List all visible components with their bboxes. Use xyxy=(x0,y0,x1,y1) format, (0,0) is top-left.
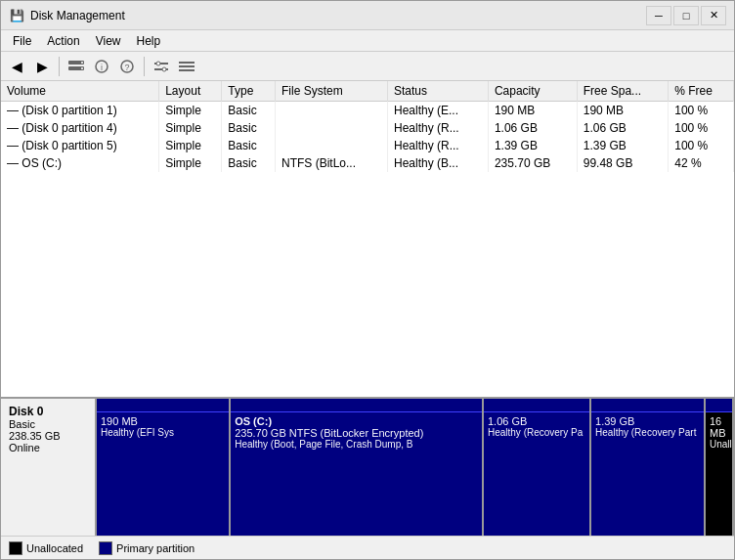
partition-size-2: 1.06 GB xyxy=(488,415,585,427)
cell-status: Healthy (E... xyxy=(387,102,488,120)
volume-table-area[interactable]: Volume Layout Type File System Status Ca… xyxy=(1,81,734,398)
disk-list-icon xyxy=(67,58,85,75)
cell-free: 1.06 GB xyxy=(577,119,668,137)
menu-view[interactable]: View xyxy=(88,32,129,50)
svg-rect-2 xyxy=(81,62,83,64)
partition-desc-0: Healthy (EFI Sys xyxy=(101,427,225,438)
cell-capacity: 1.06 GB xyxy=(488,119,577,137)
extra-button[interactable] xyxy=(175,56,198,77)
menu-bar: File Action View Help xyxy=(1,30,734,52)
disk-view-button[interactable] xyxy=(65,56,88,77)
cell-filesystem xyxy=(276,137,388,154)
help-button[interactable]: ? xyxy=(115,56,139,77)
window-title: Disk Management xyxy=(30,9,646,22)
maximize-button[interactable]: □ xyxy=(673,6,699,25)
table-row[interactable]: — (Disk 0 partition 4)SimpleBasicHealthy… xyxy=(1,119,734,137)
cell-percent: 100 % xyxy=(669,102,734,120)
disk-panel: Disk 0 Basic 238.35 GB Online 190 MBHeal… xyxy=(1,398,734,559)
cell-type: Basic xyxy=(222,137,276,154)
partition-size-4: 16 MB xyxy=(710,415,728,439)
menu-help[interactable]: Help xyxy=(129,32,169,50)
disk-row: Disk 0 Basic 238.35 GB Online 190 MBHeal… xyxy=(1,399,734,536)
legend-primary-label: Primary partition xyxy=(116,542,195,554)
disk-partitions: 190 MBHealthy (EFI SysOS (C:)235.70 GB N… xyxy=(97,399,734,536)
cell-status: Healthy (R... xyxy=(387,137,488,154)
properties-icon: i xyxy=(93,58,110,75)
partition-2[interactable]: 1.06 GBHealthy (Recovery Pa xyxy=(484,399,591,536)
app-icon: 💾 xyxy=(9,8,24,23)
extra-icon xyxy=(178,58,195,75)
col-filesystem[interactable]: File System xyxy=(276,81,388,102)
cell-volume: — (Disk 0 partition 5) xyxy=(1,137,159,154)
partition-1[interactable]: OS (C:)235.70 GB NTFS (BitLocker Encrypt… xyxy=(231,399,484,536)
cell-layout: Simple xyxy=(159,102,222,120)
cell-volume: — (Disk 0 partition 1) xyxy=(1,102,159,120)
svg-rect-14 xyxy=(179,69,195,71)
cell-percent: 100 % xyxy=(669,137,734,154)
disk-label: Disk 0 Basic 238.35 GB Online xyxy=(1,399,97,536)
partition-desc-3: Healthy (Recovery Part xyxy=(595,427,700,438)
cell-volume: — (Disk 0 partition 4) xyxy=(1,119,159,137)
cell-type: Basic xyxy=(222,119,276,137)
col-capacity[interactable]: Capacity xyxy=(488,81,577,102)
help-icon: ? xyxy=(118,58,136,75)
close-button[interactable]: ✕ xyxy=(701,6,726,25)
forward-button[interactable]: ▶ xyxy=(30,56,54,77)
table-row[interactable]: — (Disk 0 partition 5)SimpleBasicHealthy… xyxy=(1,137,734,154)
svg-point-10 xyxy=(156,62,160,65)
cell-capacity: 1.39 GB xyxy=(488,137,577,154)
cell-filesystem: NTFS (BitLo... xyxy=(276,154,388,172)
partition-size-1: 235.70 GB NTFS (BitLocker Encrypted) xyxy=(235,427,478,439)
partition-name-1: OS (C:) xyxy=(235,415,478,427)
cell-status: Healthy (R... xyxy=(387,119,488,137)
col-volume[interactable]: Volume xyxy=(1,81,159,102)
minimize-button[interactable]: ─ xyxy=(646,6,671,25)
title-bar: 💾 Disk Management ─ □ ✕ xyxy=(1,1,734,30)
toolbar: ◀ ▶ i ? xyxy=(1,52,734,81)
partition-0[interactable]: 190 MBHealthy (EFI Sys xyxy=(97,399,231,536)
cell-layout: Simple xyxy=(159,154,222,172)
col-type[interactable]: Type xyxy=(222,81,276,102)
settings-button[interactable] xyxy=(150,56,173,77)
col-layout[interactable]: Layout xyxy=(159,81,222,102)
back-button[interactable]: ◀ xyxy=(5,56,28,77)
disk-size: 238.35 GB xyxy=(9,430,87,442)
table-row[interactable]: — (Disk 0 partition 1)SimpleBasicHealthy… xyxy=(1,102,734,120)
toolbar-separator-1 xyxy=(59,57,60,76)
legend-unallocated-label: Unallocated xyxy=(26,542,83,554)
partition-size-0: 190 MB xyxy=(101,415,225,427)
cell-filesystem xyxy=(276,102,388,120)
svg-rect-12 xyxy=(179,62,195,64)
cell-free: 1.39 GB xyxy=(577,137,668,154)
disk-name: Disk 0 xyxy=(9,405,87,418)
settings-icon xyxy=(152,58,170,75)
cell-percent: 42 % xyxy=(669,154,734,172)
partition-desc-1: Healthy (Boot, Page File, Crash Dump, B xyxy=(235,439,478,450)
cell-volume: — OS (C:) xyxy=(1,154,159,172)
disk-type: Basic xyxy=(9,418,87,430)
cell-type: Basic xyxy=(222,154,276,172)
legend-primary: Primary partition xyxy=(99,541,195,555)
svg-text:i: i xyxy=(101,63,103,72)
menu-action[interactable]: Action xyxy=(39,32,87,50)
partition-desc-4: Unalloc xyxy=(710,439,728,450)
toolbar-separator-2 xyxy=(144,57,145,76)
partition-3[interactable]: 1.39 GBHealthy (Recovery Part xyxy=(591,399,706,536)
cell-free: 190 MB xyxy=(577,102,668,120)
col-status[interactable]: Status xyxy=(387,81,488,102)
primary-swatch xyxy=(99,541,112,555)
table-row[interactable]: — OS (C:)SimpleBasicNTFS (BitLo...Health… xyxy=(1,154,734,172)
legend-unallocated: Unallocated xyxy=(9,541,83,555)
cell-filesystem xyxy=(276,119,388,137)
menu-file[interactable]: File xyxy=(5,32,39,50)
properties-button[interactable]: i xyxy=(90,56,113,77)
svg-rect-13 xyxy=(179,65,195,67)
unallocated-swatch xyxy=(9,541,22,555)
content-area: Volume Layout Type File System Status Ca… xyxy=(1,81,734,559)
cell-status: Healthy (B... xyxy=(387,154,488,172)
col-percentfree[interactable]: % Free xyxy=(669,81,734,102)
partition-4[interactable]: 16 MBUnalloc xyxy=(706,399,734,536)
main-window: 💾 Disk Management ─ □ ✕ File Action View… xyxy=(0,0,735,560)
cell-percent: 100 % xyxy=(669,119,734,137)
col-freespace[interactable]: Free Spa... xyxy=(577,81,668,102)
